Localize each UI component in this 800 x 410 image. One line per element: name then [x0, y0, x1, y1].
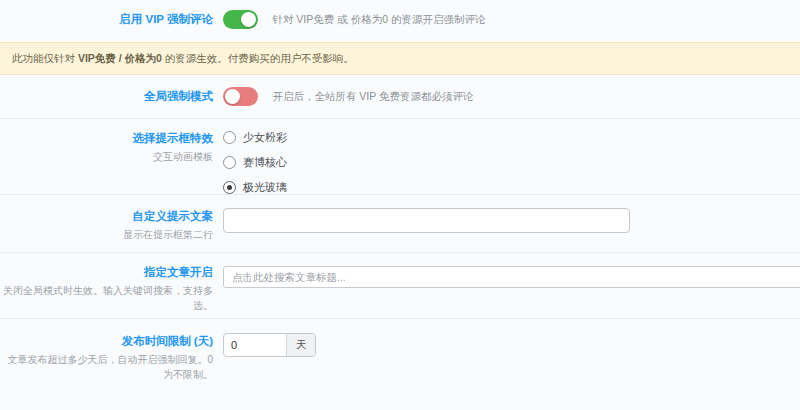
field-row-enable-vip: 启用 VIP 强制评论 针对 VIP免费 或 价格为0 的资源开启强制评论	[0, 0, 800, 42]
post-search-input[interactable]	[223, 266, 800, 288]
notice-text-prefix: 此功能仅针对	[12, 52, 78, 66]
toggle-knob	[241, 12, 256, 27]
assign-posts-label: 指定文章开启	[0, 264, 213, 280]
custom-text-sublabel: 显示在提示框第二行	[0, 227, 213, 242]
effect-radio-option-pink[interactable]: 少女粉彩	[223, 130, 800, 145]
notice-text-bold: VIP免费 / 价格为0	[78, 52, 162, 66]
field-row-assign-posts: 指定文章开启 关闭全局模式时生效。输入关键词搜索，支持多选。	[0, 252, 800, 318]
enable-vip-toggle[interactable]	[223, 10, 258, 29]
radio-option-label: 赛博核心	[243, 155, 287, 170]
effect-radio-group: 少女粉彩 赛博核心 极光玻璃	[223, 130, 800, 205]
time-limit-input[interactable]	[224, 334, 286, 356]
effect-radio-option-aurora[interactable]: 极光玻璃	[223, 180, 800, 195]
assign-posts-sublabel: 关闭全局模式时生效。输入关键词搜索，支持多选。	[0, 283, 213, 313]
notice-text-suffix: 的资源生效。付费购买的用户不受影响。	[162, 52, 354, 66]
enable-vip-description: 针对 VIP免费 或 价格为0 的资源开启强制评论	[272, 13, 485, 25]
global-mode-toggle[interactable]	[223, 87, 258, 106]
day-unit-addon: 天	[286, 334, 315, 356]
radio-icon	[223, 156, 236, 169]
effect-label: 选择提示框特效	[0, 130, 213, 146]
radio-option-label: 极光玻璃	[243, 180, 287, 195]
effect-radio-option-cyber[interactable]: 赛博核心	[223, 155, 800, 170]
global-mode-label: 全局强制模式	[0, 87, 213, 106]
custom-text-input[interactable]	[223, 208, 630, 233]
field-row-global-mode: 全局强制模式 开启后，全站所有 VIP 免费资源都必须评论	[0, 75, 800, 118]
time-limit-sublabel: 文章发布超过多少天后，自动开启强制回复。0 为不限制。	[0, 352, 213, 382]
toggle-knob	[225, 89, 240, 104]
time-limit-input-group: 天	[223, 333, 316, 357]
radio-option-label: 少女粉彩	[243, 130, 287, 145]
enable-vip-label: 启用 VIP 强制评论	[0, 10, 213, 29]
time-limit-label: 发布时间限制 (天)	[0, 333, 213, 349]
field-row-effect: 选择提示框特效 交互动画模板 少女粉彩 赛博核心 极光玻璃	[0, 118, 800, 194]
custom-text-label: 自定义提示文案	[0, 208, 213, 224]
warning-notice: 此功能仅针对 VIP免费 / 价格为0 的资源生效。付费购买的用户不受影响。	[0, 42, 800, 75]
settings-panel: 启用 VIP 强制评论 针对 VIP免费 或 价格为0 的资源开启强制评论 此功…	[0, 0, 800, 410]
field-row-time-limit: 发布时间限制 (天) 文章发布超过多少天后，自动开启强制回复。0 为不限制。 天	[0, 318, 800, 410]
radio-icon	[223, 181, 236, 194]
effect-sublabel: 交互动画模板	[0, 149, 213, 164]
radio-icon	[223, 131, 236, 144]
global-mode-description: 开启后，全站所有 VIP 免费资源都必须评论	[272, 90, 473, 102]
